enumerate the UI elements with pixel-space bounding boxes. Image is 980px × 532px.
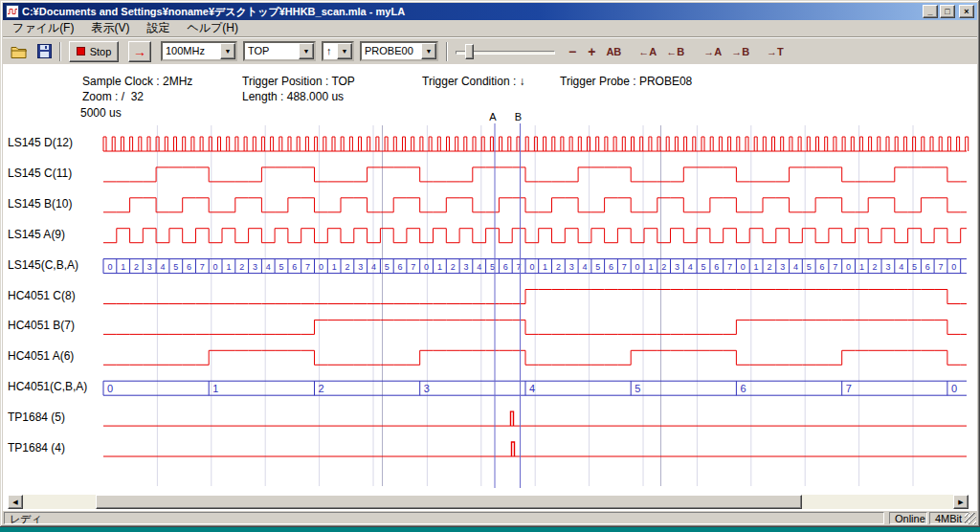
svg-text:0: 0 [529, 262, 534, 272]
svg-text:3: 3 [569, 262, 574, 272]
svg-text:5: 5 [701, 262, 705, 272]
chevron-down-icon[interactable]: ▼ [421, 43, 436, 59]
goto-cursor-b-button[interactable]: ←B [661, 46, 689, 57]
channel-label: LS145 C(11) [8, 166, 103, 180]
ab-span-button[interactable]: AB [601, 46, 626, 57]
app-icon [6, 5, 19, 18]
goto-trigger-button[interactable]: →T [762, 46, 789, 57]
svg-text:6: 6 [925, 262, 930, 272]
minimize-button[interactable]: _ [923, 5, 938, 18]
channel-label: TP1684 (5) [8, 410, 103, 424]
svg-text:1: 1 [332, 262, 337, 272]
resize-grip-icon[interactable] [965, 513, 976, 524]
svg-text:7: 7 [833, 262, 837, 272]
svg-text:0: 0 [741, 262, 746, 272]
svg-text:7: 7 [938, 262, 943, 272]
zoom-in-button[interactable]: + [582, 44, 601, 59]
svg-text:2: 2 [451, 262, 456, 272]
svg-text:2: 2 [873, 262, 878, 272]
menu-file[interactable]: ファイル(F) [4, 18, 82, 38]
svg-text:5: 5 [490, 262, 495, 272]
svg-text:4: 4 [688, 262, 693, 272]
channel-label: HC4051 B(7) [8, 319, 103, 332]
channel-label: HC4051 C(8) [8, 289, 103, 302]
svg-text:0: 0 [424, 262, 429, 272]
svg-text:4: 4 [371, 262, 376, 272]
app-window: C:¥Documents and Settings¥noname¥デスクトップ¥… [0, 0, 980, 527]
svg-text:6: 6 [609, 262, 613, 272]
svg-text:1: 1 [754, 262, 759, 272]
maximize-button[interactable]: □ [940, 5, 955, 18]
window-title: C:¥Documents and Settings¥noname¥デスクトップ¥… [22, 5, 920, 19]
svg-text:6: 6 [740, 383, 746, 394]
chevron-down-icon[interactable]: ▼ [220, 43, 235, 59]
svg-text:6: 6 [398, 262, 403, 272]
length-info: Length : 488.000 us [242, 90, 344, 103]
svg-text:5: 5 [595, 262, 600, 272]
close-button[interactable]: × [959, 5, 974, 18]
run-button[interactable]: → [128, 41, 151, 62]
toolbar: Stop → 100MHz ▼ TOP ▼ ↑ ▼ PROBE00 ▼ − + … [3, 37, 977, 64]
move-cursor-b-button[interactable]: →B [726, 46, 754, 57]
svg-text:4: 4 [582, 262, 587, 272]
svg-text:6: 6 [187, 262, 191, 272]
svg-text:6: 6 [503, 262, 508, 272]
chevron-down-icon[interactable]: ▼ [299, 43, 314, 59]
channel-label: LS145(C,B,A) [8, 258, 103, 272]
horizontal-scrollbar[interactable]: ◀ ▶ [8, 495, 969, 509]
channel-label: TP1684 (4) [8, 441, 103, 454]
channel-label: LS145 D(12) [8, 136, 103, 149]
waveform-canvas[interactable]: 0123456701234567012345670123456701234567… [0, 107, 980, 494]
svg-text:2: 2 [239, 262, 244, 272]
stop-button[interactable]: Stop [69, 41, 119, 62]
svg-text:5: 5 [173, 262, 178, 272]
svg-text:3: 3 [780, 262, 785, 272]
svg-text:3: 3 [885, 262, 890, 272]
svg-text:A: A [489, 111, 497, 122]
grid-lines [157, 125, 913, 486]
svg-text:1: 1 [437, 262, 442, 272]
wave-row: 012345670 [103, 381, 967, 395]
status-bar: レディ Online 4MBit [3, 511, 977, 525]
scroll-right-icon[interactable]: ▶ [953, 495, 969, 509]
zoom-info: Zoom : / 32 [82, 90, 144, 103]
goto-cursor-a-button[interactable]: ←A [634, 46, 661, 57]
trigger-position-select[interactable]: TOP ▼ [243, 41, 316, 61]
scrollbar-thumb[interactable] [96, 495, 802, 509]
svg-text:7: 7 [727, 262, 732, 272]
svg-text:7: 7 [622, 262, 627, 272]
svg-text:1: 1 [543, 262, 547, 272]
open-file-icon[interactable] [11, 45, 28, 58]
svg-text:3: 3 [675, 262, 679, 272]
channel-label: HC4051 A(6) [8, 349, 103, 363]
slider-thumb[interactable] [465, 44, 474, 59]
sample-clock-select[interactable]: 100MHz ▼ [161, 41, 237, 61]
svg-text:0: 0 [107, 262, 112, 272]
svg-text:4: 4 [529, 383, 535, 394]
channel-label: LS145 B(10) [8, 197, 103, 211]
svg-text:5: 5 [807, 262, 812, 272]
svg-text:5: 5 [385, 262, 390, 272]
menu-view[interactable]: 表示(V) [82, 18, 138, 38]
svg-text:6: 6 [292, 262, 297, 272]
svg-text:7: 7 [305, 262, 310, 272]
zoom-out-button[interactable]: − [563, 44, 582, 59]
svg-text:7: 7 [846, 383, 852, 394]
svg-text:5: 5 [635, 383, 640, 394]
save-icon[interactable] [37, 44, 52, 58]
channel-label: LS145 A(9) [8, 228, 103, 241]
chevron-down-icon[interactable]: ▼ [337, 43, 352, 59]
trigger-probe-select[interactable]: PROBE00 ▼ [360, 41, 438, 61]
zoom-slider[interactable] [456, 42, 555, 61]
move-cursor-a-button[interactable]: →A [699, 46, 726, 57]
svg-text:4: 4 [793, 262, 798, 272]
trigger-edge-select[interactable]: ↑ ▼ [322, 41, 354, 61]
menu-settings[interactable]: 設定 [138, 18, 178, 38]
svg-text:4: 4 [899, 262, 903, 272]
scroll-left-icon[interactable]: ◀ [8, 495, 23, 509]
status-online: Online [889, 512, 927, 524]
svg-text:0: 0 [951, 262, 956, 272]
menu-help[interactable]: ヘルプ(H) [178, 18, 247, 38]
svg-text:1: 1 [859, 262, 864, 272]
svg-text:2: 2 [767, 262, 771, 272]
